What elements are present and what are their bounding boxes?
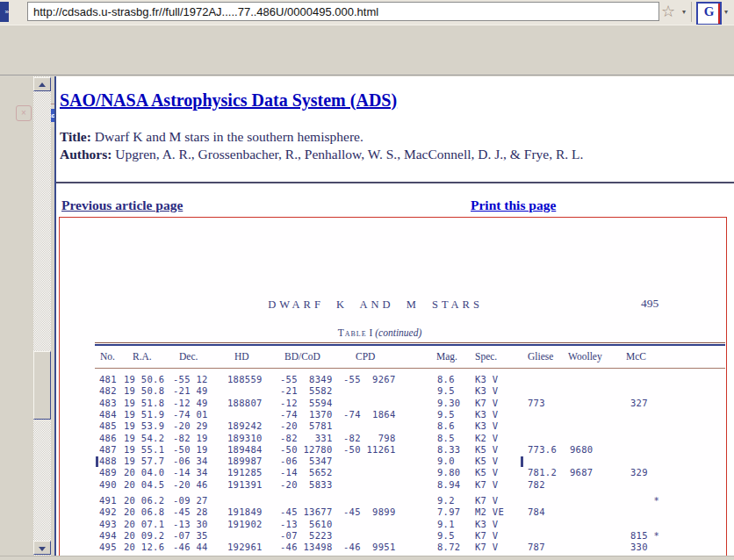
table-cell: -45 9899: [343, 506, 396, 517]
scrollbar-thumb[interactable]: [33, 351, 51, 420]
table-cell: *: [630, 495, 659, 506]
print-this-page-link[interactable]: Print this page: [471, 197, 556, 213]
table-cell: 7.97: [437, 506, 461, 517]
table-cell: 9.5: [437, 409, 455, 420]
scrollbar-track[interactable]: [33, 76, 51, 560]
vertical-scrollbar[interactable]: [33, 76, 51, 560]
favorites-star-icon[interactable]: ☆: [658, 2, 679, 22]
table-cell: 494: [99, 530, 117, 541]
table-cell: -06 5347: [280, 456, 333, 466]
table-cell: 9680: [570, 444, 594, 455]
scroll-down-button[interactable]: [33, 541, 51, 555]
table-cell: -74 1370: [280, 409, 333, 420]
column-header: No.: [100, 351, 115, 362]
address-bar: » ☆ ▾ G ▾: [0, 0, 734, 25]
table-cell: 483: [99, 398, 117, 408]
table-cell: 773: [528, 398, 545, 408]
table-cell: -13 30: [173, 519, 208, 529]
table-cell: 488: [99, 456, 117, 466]
table-cell: K7 V: [475, 495, 499, 506]
table-cell: 8.5: [437, 433, 455, 443]
table-cell: -50 12780: [280, 444, 333, 455]
table-cell: -20 5781: [280, 420, 333, 431]
scroll-up-button[interactable]: [33, 77, 51, 91]
table-cell: 481: [99, 374, 117, 384]
search-dropdown-icon[interactable]: ▾: [722, 7, 730, 18]
favorites-dropdown-icon[interactable]: ▾: [680, 7, 688, 18]
table-cell: 485: [99, 420, 117, 431]
table-cell: -21 5582: [280, 385, 333, 396]
table-cell: K7 V: [475, 479, 499, 490]
column-header: R.A.: [133, 351, 152, 362]
table-cell: 19 57.7: [124, 456, 164, 466]
table-cell: 192961: [227, 542, 263, 552]
table-row: 49120 06.2-09 279.2K7 V *: [60, 495, 725, 506]
toolbar-strip: [0, 25, 734, 53]
table-header-rule: [95, 368, 725, 369]
table-cell: 19 50.8: [124, 385, 164, 396]
table-cell: -09 27: [173, 495, 208, 506]
column-header: Dec.: [179, 351, 198, 362]
table-cell: 784: [528, 506, 545, 517]
table-cell: 20 06.8: [124, 506, 164, 517]
table-cell: -20 46: [173, 479, 208, 490]
table-cell: 191391: [227, 479, 263, 490]
table-cell: 8.94: [437, 479, 461, 490]
previous-article-page-link[interactable]: Previous article page: [61, 197, 183, 213]
inactive-tab-button[interactable]: ×: [16, 105, 32, 121]
table-cell: -07 5223: [280, 530, 333, 541]
table-top-rule: [95, 342, 725, 346]
table-cell: 9687: [570, 467, 594, 477]
table-cell: 9.2: [437, 495, 455, 506]
table-cell: -82 798: [343, 433, 396, 443]
scanned-page-frame: DWARF K AND M STARS 495 Table I (continu…: [59, 217, 727, 560]
window-bottom-edge: [0, 556, 734, 560]
caption-continued: (continued): [375, 327, 421, 338]
table-cell: 492: [99, 506, 117, 517]
table-cell: 8.33: [437, 444, 461, 455]
table-row: 48619 54.2-82 19189310-82 331-82 7988.5K…: [60, 433, 725, 444]
title-text: Dwarf K and M stars in the southern hemi…: [91, 129, 363, 144]
table-cell: -21 49: [173, 385, 208, 396]
authors-label: Authors:: [60, 147, 112, 162]
column-header: Gliese: [528, 351, 553, 362]
table-cell: K3 V: [475, 385, 499, 396]
table-row: 49020 04.5-20 46191391-20 58338.94K7 V78…: [60, 479, 725, 491]
url-input[interactable]: [27, 2, 659, 21]
column-header: CPD: [356, 351, 375, 362]
table-cell: -50 11261: [343, 444, 396, 455]
table-cell: 486: [99, 433, 117, 443]
table-cell: -12 5594: [280, 398, 333, 408]
table-cell: 19 51.8: [124, 398, 164, 408]
table-cell: 787: [528, 542, 545, 552]
table-row: 48119 50.6-55 12188559-55 8349-55 92678.…: [60, 374, 725, 385]
article-title-line: Title: Dwarf K and M stars in the southe…: [60, 129, 363, 145]
table-cell: 189484: [227, 444, 263, 455]
caption-table-word: Table: [338, 327, 367, 338]
scan-table-caption: Table I (continued): [60, 327, 726, 338]
table-row: 48219 50.8-21 49-21 55829.5K3 V: [60, 385, 725, 397]
table-cell: 20 07.1: [124, 519, 164, 529]
table-cell: 495: [99, 542, 117, 552]
table-cell: 487: [99, 444, 117, 455]
google-search-button[interactable]: G: [696, 2, 722, 25]
column-header: BD/CoD: [284, 351, 320, 362]
table-cell: -82 19: [173, 433, 208, 443]
table-cell: -82 331: [280, 433, 333, 443]
table-cell: 19 54.2: [124, 433, 164, 443]
table-cell: 19 50.6: [124, 374, 164, 384]
table-cell: -20 29: [173, 420, 208, 431]
table-cell: -55 12: [173, 374, 208, 384]
table-cell: K7 V: [475, 542, 499, 552]
table-cell: K3 V: [475, 519, 499, 529]
tab-bar: × ads 1972AJ.....77..486U Page 495 ✕: [0, 51, 734, 76]
table-cell: 8.6: [437, 374, 455, 384]
table-cell: -12 49: [173, 398, 208, 408]
table-cell: -74 1864: [343, 409, 396, 420]
table-cell: M2 VE: [475, 506, 504, 517]
ads-heading-link[interactable]: SAO/NASA Astrophysics Data System (ADS): [60, 90, 397, 111]
table-cell: 782: [528, 479, 545, 490]
table-cell: K7 V: [475, 398, 499, 408]
scan-artifact-mark: [96, 456, 98, 467]
scan-running-head: DWARF K AND M STARS: [60, 298, 726, 312]
